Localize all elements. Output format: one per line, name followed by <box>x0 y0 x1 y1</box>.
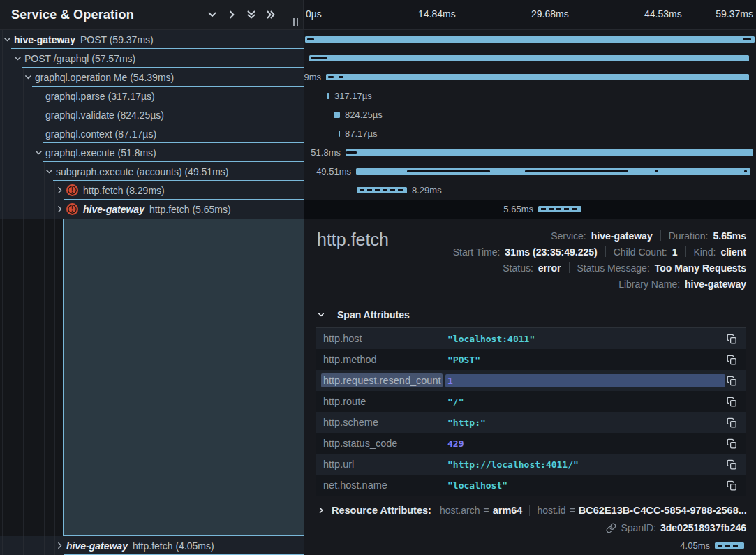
copy-icon[interactable] <box>725 332 739 346</box>
attribute-row: http.request.resend_count1 <box>316 370 746 391</box>
error-status-icon: ! <box>66 203 78 215</box>
bar-self-time-mark <box>743 38 751 40</box>
chevrons-down-icon[interactable] <box>246 9 257 20</box>
chevrons-right-icon[interactable] <box>265 9 276 20</box>
span-duration-bar[interactable] <box>305 36 755 43</box>
chevron-right-icon[interactable] <box>55 541 64 550</box>
bar-duration-label: 317.17µs <box>334 91 372 101</box>
span-rows: hive-gatewayPOST (59.37ms)POST /graphql … <box>0 30 756 219</box>
span-operation-label: graphql.operation Me (54.39ms) <box>35 72 174 83</box>
resource-divider <box>529 505 530 516</box>
span-operation-label: graphql.parse (317.17µs) <box>45 91 155 102</box>
span-duration-bar[interactable] <box>356 168 750 175</box>
span-tree-cell[interactable]: hive-gatewayPOST (59.37ms) <box>0 30 304 49</box>
waterfall-cell <box>304 30 756 49</box>
span-attributes-header[interactable]: Span Attributes <box>317 309 746 320</box>
chevron-down-icon[interactable] <box>3 35 12 44</box>
span-duration-bar[interactable] <box>339 131 340 137</box>
meta-key: Status: <box>503 262 533 274</box>
span-title: http.fetch <box>317 230 389 250</box>
span-id-label: SpanID: <box>621 522 656 533</box>
span-rows-bottom: hive-gatewayhttp.fetch (4.05ms)4.05ms <box>0 536 756 555</box>
detail-header: http.fetch Service:hive-gatewayDuration:… <box>316 228 746 292</box>
span-tree-cell[interactable]: hive-gatewayhttp.fetch (4.05ms) <box>0 536 304 555</box>
span-duration-bar[interactable] <box>346 149 753 156</box>
indent-guides <box>2 124 40 143</box>
span-tree-cell[interactable]: graphql.context (87.17µs) <box>0 124 304 143</box>
bar-self-time-mark <box>311 57 327 59</box>
span-duration-bar[interactable] <box>357 187 407 193</box>
span-duration-bar[interactable] <box>327 93 329 99</box>
copy-icon[interactable] <box>725 353 739 367</box>
span-tree-cell[interactable]: graphql.validate (824.25µs) <box>0 105 304 124</box>
span-duration-bar[interactable] <box>309 55 749 61</box>
attribute-value: "/" <box>447 397 725 407</box>
waterfall-cell: 51.8ms <box>304 143 756 162</box>
span-duration-bar[interactable] <box>715 542 744 549</box>
span-tree-cell[interactable]: subgraph.execute (accounts) (49.51ms) <box>0 162 304 181</box>
span-operation-label: graphql.context (87.17µs) <box>45 128 156 140</box>
copy-icon[interactable] <box>725 374 739 387</box>
panel-resize-handle[interactable] <box>293 18 298 26</box>
waterfall-cell: 49.51ms <box>304 162 756 181</box>
span-tree-cell[interactable]: graphql.operation Me (54.39ms) <box>0 68 304 87</box>
meta-line: Start Time:31ms (23:35:49.225)Child Coun… <box>453 244 746 260</box>
meta-value: 31ms (23:35:49.225) <box>505 246 597 258</box>
span-tree-cell[interactable]: graphql.parse (317.17µs) <box>0 87 304 105</box>
span-tree-cell[interactable]: !http.fetch (8.29ms) <box>0 181 304 200</box>
meta-divider <box>569 262 570 273</box>
span-duration-bar[interactable] <box>538 206 581 212</box>
trace-row: graphql.operation Me (54.39ms)54.39ms <box>0 68 756 87</box>
copy-icon[interactable] <box>725 416 739 429</box>
meta-divider <box>605 246 606 257</box>
meta-value: 1 <box>672 246 678 258</box>
chevron-down-icon[interactable] <box>34 148 43 157</box>
span-operation-label: graphql.execute (51.8ms) <box>45 147 156 158</box>
resource-attributes-row[interactable]: Resource Attributes: host.arch=arm64host… <box>317 505 746 516</box>
span-tree-cell[interactable]: !hive-gatewayhttp.fetch (5.65ms) <box>0 200 304 219</box>
pane-title: Service & Operation <box>11 8 207 22</box>
attribute-value: "localhost" <box>447 480 725 491</box>
indent-guides <box>2 536 61 555</box>
attribute-key: http.request.resend_count <box>321 373 443 387</box>
chevron-right-icon[interactable] <box>55 186 64 195</box>
copy-icon[interactable] <box>725 479 739 492</box>
span-duration-bar[interactable] <box>326 74 749 80</box>
tick-label: 14.84ms <box>418 8 456 20</box>
attribute-row: http.status_code429 <box>316 433 746 454</box>
chevron-down-icon[interactable] <box>13 54 22 63</box>
meta-value: hive-gateway <box>685 279 746 290</box>
bar-duration-label: 5.65ms <box>503 204 533 214</box>
attribute-row: http.method"POST" <box>316 349 746 370</box>
span-id-row: SpanID: 3de02518937fb246 <box>316 522 746 533</box>
meta-key: Duration: <box>669 230 709 242</box>
copy-icon[interactable] <box>725 395 739 408</box>
service-operation-header: Service & Operation <box>0 0 304 29</box>
span-duration-bar[interactable] <box>334 112 340 118</box>
error-status-icon: ! <box>66 184 78 196</box>
link-icon[interactable] <box>606 523 616 533</box>
copy-icon[interactable] <box>725 458 739 471</box>
attribute-key: http.scheme <box>323 417 447 428</box>
equals-sign: = <box>570 505 575 516</box>
attribute-row: http.url"http://localhost:4011/" <box>316 454 746 475</box>
resource-key: host.id <box>537 505 565 516</box>
span-tree-cell[interactable]: graphql.execute (51.8ms) <box>0 143 304 162</box>
span-tree-cell[interactable]: POST /graphql (57.57ms) <box>0 49 304 68</box>
bar-self-time-mark <box>525 170 628 172</box>
chevron-down-icon[interactable] <box>24 73 33 82</box>
chevron-right-icon[interactable] <box>55 205 64 214</box>
span-service-name: hive-gateway <box>66 540 128 552</box>
tick-label: 0µs <box>306 8 322 20</box>
attribute-key: net.host.name <box>323 480 447 491</box>
resource-attributes-title: Resource Attributes: <box>332 505 431 516</box>
chevron-down-icon[interactable] <box>45 167 54 176</box>
meta-value: Too Many Requests <box>655 262 746 274</box>
chevron-right-icon[interactable] <box>226 9 237 20</box>
bar-self-time-mark <box>328 76 334 78</box>
span-service-name: hive-gateway <box>83 204 144 215</box>
copy-icon[interactable] <box>725 437 739 450</box>
bar-self-time-mark <box>655 170 658 172</box>
chevron-down-icon[interactable] <box>207 9 218 20</box>
indent-guides <box>2 181 61 200</box>
